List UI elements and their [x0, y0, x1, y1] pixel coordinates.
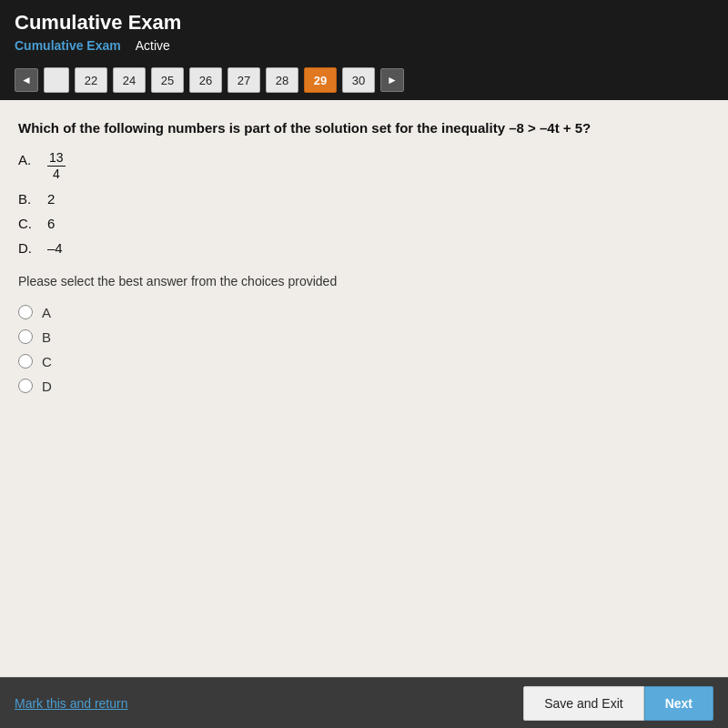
- nav-btn-24[interactable]: 24: [113, 67, 146, 93]
- choice-a-fraction: 13 4: [47, 150, 66, 182]
- app-title: Cumulative Exam: [15, 11, 713, 35]
- choice-b-value: 2: [47, 191, 55, 207]
- instruction-text: Please select the best answer from the c…: [18, 274, 710, 288]
- nav-btn-25[interactable]: 25: [151, 67, 184, 93]
- radio-b[interactable]: B: [18, 329, 710, 345]
- footer-buttons: Save and Exit Next: [523, 686, 713, 721]
- radio-circle-a: [18, 305, 33, 319]
- choice-a-label: A.: [18, 152, 40, 167]
- choice-c: C. 6: [18, 216, 710, 231]
- choice-d-value: –4: [47, 240, 63, 256]
- subtitle-link[interactable]: Cumulative Exam: [15, 38, 121, 53]
- radio-c[interactable]: C: [18, 354, 710, 369]
- radio-a-label: A: [42, 305, 51, 320]
- nav-btn-28[interactable]: 28: [266, 67, 298, 93]
- save-exit-button[interactable]: Save and Exit: [523, 686, 643, 721]
- radio-circle-b: [18, 329, 33, 344]
- answer-choices: A. 13 4 B. 2 C. 6 D. –4: [18, 152, 710, 256]
- radio-circle-d: [18, 379, 33, 393]
- choice-c-label: C.: [18, 216, 40, 231]
- prev-arrow[interactable]: ◄: [15, 68, 38, 92]
- question-text: Which of the following numbers is part o…: [18, 118, 710, 137]
- nav-btn-27[interactable]: 27: [228, 67, 260, 93]
- choice-c-value: 6: [47, 216, 55, 231]
- radio-c-label: C: [42, 354, 52, 369]
- footer-bar: Mark this and return Save and Exit Next: [0, 677, 728, 728]
- nav-btn-29[interactable]: 29: [304, 67, 337, 93]
- subtitle-row: Cumulative Exam Active: [15, 38, 713, 53]
- fraction-numerator: 13: [47, 150, 66, 167]
- next-arrow[interactable]: ►: [380, 68, 404, 92]
- radio-d[interactable]: D: [18, 379, 710, 394]
- mark-return-link[interactable]: Mark this and return: [15, 696, 128, 711]
- nav-btn-22[interactable]: 22: [75, 67, 107, 93]
- choice-a: A. 13 4: [18, 152, 710, 182]
- choice-d-label: D.: [18, 240, 40, 256]
- choice-d: D. –4: [18, 240, 710, 256]
- radio-a[interactable]: A: [18, 305, 710, 320]
- fraction-denominator: 4: [51, 167, 62, 182]
- radio-circle-c: [18, 354, 33, 369]
- nav-btn-26[interactable]: 26: [189, 67, 222, 93]
- choice-b-label: B.: [18, 191, 40, 207]
- nav-btn-30[interactable]: 30: [342, 67, 375, 93]
- nav-btn-blank[interactable]: [44, 67, 69, 93]
- choice-b: B. 2: [18, 191, 710, 207]
- next-button[interactable]: Next: [644, 686, 713, 721]
- radio-d-label: D: [42, 379, 52, 394]
- main-content: Which of the following numbers is part o…: [0, 100, 728, 677]
- header: Cumulative Exam Cumulative Exam Active: [0, 0, 728, 60]
- status-badge: Active: [136, 38, 170, 53]
- radio-b-label: B: [42, 329, 51, 345]
- radio-options: A B C D: [18, 305, 710, 394]
- nav-bar: ◄ 22 24 25 26 27 28 29 30 ►: [0, 60, 728, 100]
